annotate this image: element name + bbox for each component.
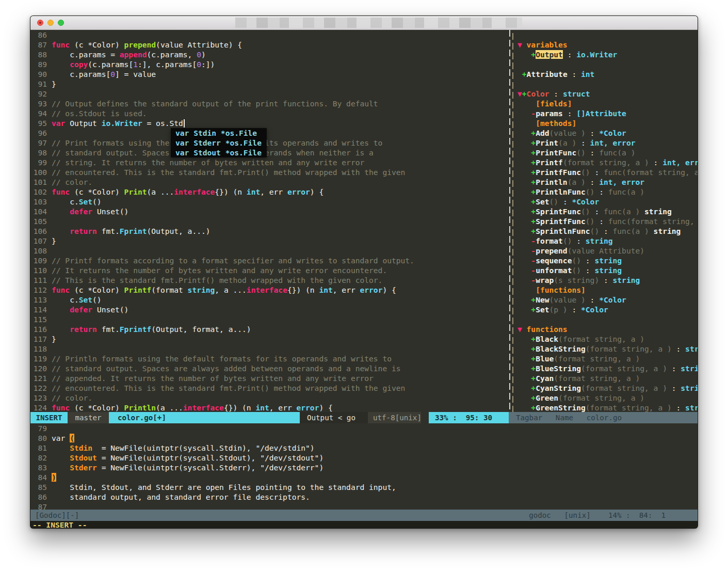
- code-line[interactable]: 113 c.Set(): [30, 295, 508, 305]
- tagbar-item[interactable]: +PrintFunc() : func(a ): [515, 148, 698, 157]
- code-line[interactable]: 91}: [30, 79, 508, 89]
- tagbar-item[interactable]: +PrintlnFunc() : func(a ): [515, 187, 698, 197]
- tagbar-item[interactable]: +PrintfFunc() : func(format string, a ): [515, 167, 698, 177]
- tagbar-item[interactable]: +Black(format string, a ): [515, 334, 698, 344]
- code-line[interactable]: 116 return fmt.Fprintf(Output, format, a…: [30, 324, 508, 334]
- code-line[interactable]: 92: [30, 89, 508, 99]
- tagbar-item[interactable]: +CyanString(format string, a ) : string: [515, 383, 698, 393]
- completion-item[interactable]: var Stdin *os.File: [175, 128, 262, 138]
- code-line[interactable]: 101// color.: [30, 177, 508, 187]
- tagbar-item[interactable]: [515, 59, 698, 69]
- main-editor-lines: 8687func (c *Color) prepend(value Attrib…: [30, 30, 508, 412]
- godoc-line[interactable]: 85 Stdin, Stdout, and Stderr are open Fi…: [30, 482, 698, 492]
- tagbar-item[interactable]: -unformat() : string: [515, 265, 698, 275]
- code-line[interactable]: 95var Output io.Writer = os.Std: [30, 118, 508, 128]
- tagbar-item[interactable]: [515, 79, 698, 89]
- code-line[interactable]: 94// os.Stdout is used.: [30, 108, 508, 118]
- tagbar-item[interactable]: +Cyan(format string, a ): [515, 373, 698, 383]
- godoc-line[interactable]: 81 Stdin = NewFile(uintptr(syscall.Stdin…: [30, 443, 698, 453]
- code-line[interactable]: 117}: [30, 334, 508, 344]
- tagbar-item[interactable]: +Blue(format string, a ): [515, 354, 698, 363]
- tagbar-item[interactable]: +SprintlnFunc() : func(a ) string: [515, 226, 698, 236]
- code-line[interactable]: 107}: [30, 236, 508, 246]
- tagbar-item[interactable]: [515, 30, 698, 40]
- tagbar-item[interactable]: [fields]: [515, 99, 698, 108]
- code-line[interactable]: 105: [30, 216, 508, 226]
- tagbar-item[interactable]: +New(value ) : *Color: [515, 295, 698, 305]
- code-line[interactable]: 122// encountered. This is the standard …: [30, 383, 508, 393]
- tagbar-item[interactable]: +SprintFunc() : func(a ) string: [515, 207, 698, 216]
- tagbar-item[interactable]: +Add(value ) : *Color: [515, 128, 698, 138]
- tagbar-item[interactable]: +Println(a ) : int, error: [515, 177, 698, 187]
- code-line[interactable]: 102func (c *Color) Print(a ...interface{…: [30, 187, 508, 197]
- code-line[interactable]: 114 defer Unset(): [30, 305, 508, 314]
- zoom-button[interactable]: [58, 20, 64, 26]
- godoc-line[interactable]: 84): [30, 472, 698, 482]
- godoc-line[interactable]: 86 standard output, and standard error f…: [30, 492, 698, 502]
- tagbar-item[interactable]: [515, 314, 698, 324]
- code-line[interactable]: 99// string. It returns the number of by…: [30, 157, 508, 167]
- code-line[interactable]: 106 return fmt.Fprint(Output, a...): [30, 226, 508, 236]
- tagbar-item[interactable]: +Green(format string, a ): [515, 393, 698, 403]
- tagbar-item[interactable]: ▼+Color : struct: [515, 89, 698, 99]
- code-line[interactable]: 100// encountered. This is the standard …: [30, 167, 508, 177]
- code-line[interactable]: 118: [30, 344, 508, 354]
- tagbar-item[interactable]: +Attribute : int: [515, 69, 698, 79]
- code-line[interactable]: 103 c.Set(): [30, 197, 508, 207]
- tagbar-item[interactable]: -params : []Attribute: [515, 108, 698, 118]
- code-line[interactable]: 121// appended. It returns the number of…: [30, 373, 508, 383]
- code-line[interactable]: 111// This is the standard fmt.Printf() …: [30, 275, 508, 285]
- code-line[interactable]: 115: [30, 314, 508, 324]
- code-line[interactable]: 93// Output defines the standard output …: [30, 99, 508, 108]
- tagbar-item[interactable]: +Set() : *Color: [515, 197, 698, 207]
- tagbar-item[interactable]: [functions]: [515, 285, 698, 295]
- completion-item[interactable]: var Stdout *os.File: [175, 148, 262, 157]
- close-button[interactable]: [37, 20, 43, 26]
- code-line[interactable]: 90 c.params[0] = value: [30, 69, 508, 79]
- tagbar-item[interactable]: +Print(a ) : int, error: [515, 138, 698, 148]
- tagbar-item[interactable]: -sequence() : string: [515, 256, 698, 265]
- minimize-button[interactable]: [47, 20, 54, 26]
- tagbar-pane[interactable]: ▼ variables +Output : io.Writer +Attribu…: [515, 30, 698, 412]
- tagbar-item[interactable]: +BlackString(format string, a ) : string: [515, 344, 698, 354]
- code-line[interactable]: 104 defer Unset(): [30, 207, 508, 216]
- code-line[interactable]: 87func (c *Color) prepend(value Attribut…: [30, 40, 508, 50]
- godoc-line[interactable]: 83 Stderr = NewFile(uintptr(syscall.Stde…: [30, 463, 698, 472]
- code-line[interactable]: 119// Println formats using the default …: [30, 354, 508, 363]
- completion-item[interactable]: var Stderr *os.File: [175, 138, 262, 148]
- tagbar-item[interactable]: +GreenString(format string, a ) : string: [515, 403, 698, 412]
- godoc-line[interactable]: 87: [30, 502, 698, 510]
- window-titlebar[interactable]: [30, 16, 698, 30]
- vertical-split-separator[interactable]: [508, 30, 515, 412]
- code-line[interactable]: 89 copy(c.params[1:], c.params[0:]): [30, 59, 508, 69]
- code-line[interactable]: 110// It returns the number of bytes wri…: [30, 265, 508, 275]
- code-line[interactable]: 86: [30, 30, 508, 40]
- code-line[interactable]: 108: [30, 246, 508, 256]
- code-line[interactable]: 88 c.params = append(c.params, 0): [30, 50, 508, 59]
- tagbar-item[interactable]: +Output : io.Writer: [515, 50, 698, 59]
- code-line[interactable]: 112func (c *Color) Printf(format string,…: [30, 285, 508, 295]
- code-line[interactable]: 109// Printf formats according to a form…: [30, 256, 508, 265]
- tagbar-item[interactable]: +SprintfFunc() : func(format string, a )…: [515, 216, 698, 226]
- code-line[interactable]: 123// color.: [30, 393, 508, 403]
- code-line[interactable]: 120// standard output. Spaces are always…: [30, 363, 508, 373]
- tagbar-item[interactable]: -format() : string: [515, 236, 698, 246]
- godoc-line[interactable]: 82 Stdout = NewFile(uintptr(syscall.Stdo…: [30, 453, 698, 463]
- tagbar-item[interactable]: +Set(p ) : *Color: [515, 305, 698, 314]
- godoc-line[interactable]: 80var (: [30, 433, 698, 443]
- tagbar-item[interactable]: +Printf(format string, a ) : int, error: [515, 157, 698, 167]
- traffic-lights: [37, 20, 64, 26]
- code-line[interactable]: 124func (c *Color) Println(a ...interfac…: [30, 403, 508, 412]
- godoc-pane[interactable]: 7980var (81 Stdin = NewFile(uintptr(sysc…: [30, 423, 698, 510]
- code-line[interactable]: 97// Print formats using the default for…: [30, 138, 508, 148]
- tagbar-item[interactable]: -prepend(value Attribute): [515, 246, 698, 256]
- tagbar-item[interactable]: -wrap(s string) : string: [515, 275, 698, 285]
- code-line[interactable]: 98// standard output. Spaces are added b…: [30, 148, 508, 157]
- tagbar-item[interactable]: ▼ variables: [515, 40, 698, 50]
- main-editor-pane[interactable]: 8687func (c *Color) prepend(value Attrib…: [30, 30, 508, 412]
- tagbar-item[interactable]: +BlueString(format string, a ) : string: [515, 363, 698, 373]
- tagbar-item[interactable]: [methods]: [515, 118, 698, 128]
- code-line[interactable]: 96: [30, 128, 508, 138]
- godoc-line[interactable]: 79: [30, 423, 698, 433]
- tagbar-item[interactable]: ▼ functions: [515, 324, 698, 334]
